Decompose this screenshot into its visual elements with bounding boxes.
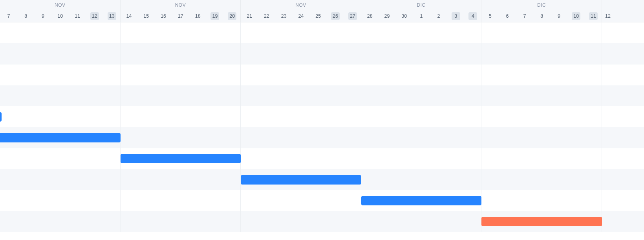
day-number: 20 <box>228 12 236 20</box>
gantt-row[interactable] <box>0 85 644 106</box>
day-cell[interactable]: 10 <box>51 10 69 22</box>
day-cell[interactable]: 20 <box>223 10 241 22</box>
day-cell[interactable]: 29 <box>379 10 396 22</box>
row-week-segment <box>121 22 241 43</box>
day-cell[interactable]: 25 <box>309 10 327 22</box>
day-number: 9 <box>554 12 563 20</box>
day-cell[interactable]: 13 <box>103 10 121 22</box>
row-week-segment <box>481 148 602 169</box>
week-header: DIC2829301234 <box>361 0 482 22</box>
gantt-row[interactable] <box>0 22 644 43</box>
row-week-segment <box>602 127 619 148</box>
day-row: 14151617181920 <box>121 10 241 22</box>
day-cell[interactable]: 14 <box>121 10 138 22</box>
day-number: 12 <box>604 12 612 20</box>
day-cell[interactable]: 9 <box>551 10 568 22</box>
day-cell[interactable]: 5 <box>481 10 499 22</box>
row-week-segment <box>361 65 482 85</box>
day-cell[interactable]: 24 <box>293 10 310 22</box>
gantt-row[interactable] <box>0 43 644 64</box>
gantt-row[interactable] <box>0 211 644 232</box>
gantt-row[interactable] <box>0 127 644 148</box>
gantt-chart[interactable]: NOV78910111213NOV14151617181920NOV212223… <box>0 0 644 240</box>
row-week-segment <box>361 43 482 64</box>
day-number: 29 <box>382 12 391 20</box>
row-week-segment <box>602 65 619 85</box>
day-cell[interactable]: 7 <box>516 10 533 22</box>
row-week-segment <box>241 65 361 85</box>
gantt-bar[interactable] <box>121 154 241 163</box>
day-cell[interactable]: 6 <box>499 10 516 22</box>
row-week-segment <box>602 211 619 232</box>
day-cell[interactable]: 28 <box>361 10 379 22</box>
gantt-row[interactable] <box>0 190 644 211</box>
day-cell[interactable]: 3 <box>447 10 465 22</box>
day-cell[interactable]: 22 <box>258 10 275 22</box>
day-cell[interactable]: 23 <box>275 10 293 22</box>
row-week-segment <box>121 65 241 85</box>
day-cell[interactable]: 18 <box>189 10 207 22</box>
day-number: 30 <box>400 12 408 20</box>
row-week-segment <box>481 22 602 43</box>
gantt-row[interactable] <box>0 169 644 190</box>
day-cell[interactable]: 11 <box>69 10 86 22</box>
day-number: 14 <box>124 12 133 20</box>
day-number: 7 <box>520 12 529 20</box>
day-number: 18 <box>194 12 202 20</box>
row-week-segment <box>602 106 619 127</box>
day-number: 21 <box>245 12 254 20</box>
day-cell[interactable]: 4 <box>465 10 482 22</box>
row-week-segment <box>121 106 241 127</box>
row-week-segment <box>0 43 121 64</box>
gantt-bar[interactable] <box>241 175 361 185</box>
row-week-segment <box>602 148 619 169</box>
row-week-segment <box>481 85 602 106</box>
gantt-bar[interactable] <box>0 133 121 142</box>
row-week-segment <box>0 85 121 106</box>
day-cell[interactable]: 26 <box>327 10 344 22</box>
row-week-segment <box>0 106 121 127</box>
gantt-bar[interactable] <box>361 196 482 205</box>
day-row: 78910111213 <box>0 10 120 22</box>
timeline-header: NOV78910111213NOV14151617181920NOV212223… <box>0 0 644 22</box>
day-cell[interactable]: 2 <box>430 10 447 22</box>
day-cell[interactable]: 7 <box>0 10 17 22</box>
day-cell[interactable]: 10 <box>567 10 585 22</box>
day-cell[interactable]: 21 <box>241 10 258 22</box>
day-cell[interactable]: 12 <box>86 10 103 22</box>
row-week-segment <box>241 43 361 64</box>
day-cell[interactable]: 12 <box>602 10 614 22</box>
day-cell[interactable]: 16 <box>155 10 172 22</box>
day-row: 12 <box>602 10 619 22</box>
day-number: 12 <box>90 12 99 20</box>
day-cell[interactable]: 11 <box>585 10 602 22</box>
day-cell[interactable]: 19 <box>207 10 224 22</box>
day-number: 22 <box>262 12 271 20</box>
day-number: 9 <box>38 12 47 20</box>
gantt-row[interactable] <box>0 106 644 127</box>
day-cell[interactable]: 27 <box>344 10 361 22</box>
gantt-row[interactable] <box>0 148 644 169</box>
day-number: 23 <box>280 12 288 20</box>
row-week-segment <box>241 148 361 169</box>
day-number: 1 <box>417 12 426 20</box>
month-label <box>602 0 619 10</box>
row-week-segment <box>602 43 619 64</box>
day-cell[interactable]: 1 <box>413 10 430 22</box>
row-week-segment <box>361 148 482 169</box>
day-cell[interactable]: 17 <box>172 10 189 22</box>
day-cell[interactable]: 8 <box>17 10 35 22</box>
day-cell[interactable]: 15 <box>137 10 155 22</box>
gantt-row[interactable] <box>0 65 644 85</box>
row-week-segment <box>0 169 121 190</box>
gantt-bar[interactable] <box>481 217 602 226</box>
day-number: 15 <box>142 12 150 20</box>
day-row: 2829301234 <box>361 10 481 22</box>
gantt-rows <box>0 22 644 232</box>
day-cell[interactable]: 9 <box>35 10 52 22</box>
row-week-segment <box>361 85 482 106</box>
gantt-bar[interactable] <box>0 112 2 122</box>
day-cell[interactable]: 8 <box>533 10 551 22</box>
week-header: NOV14151617181920 <box>121 0 241 22</box>
day-cell[interactable]: 30 <box>395 10 413 22</box>
